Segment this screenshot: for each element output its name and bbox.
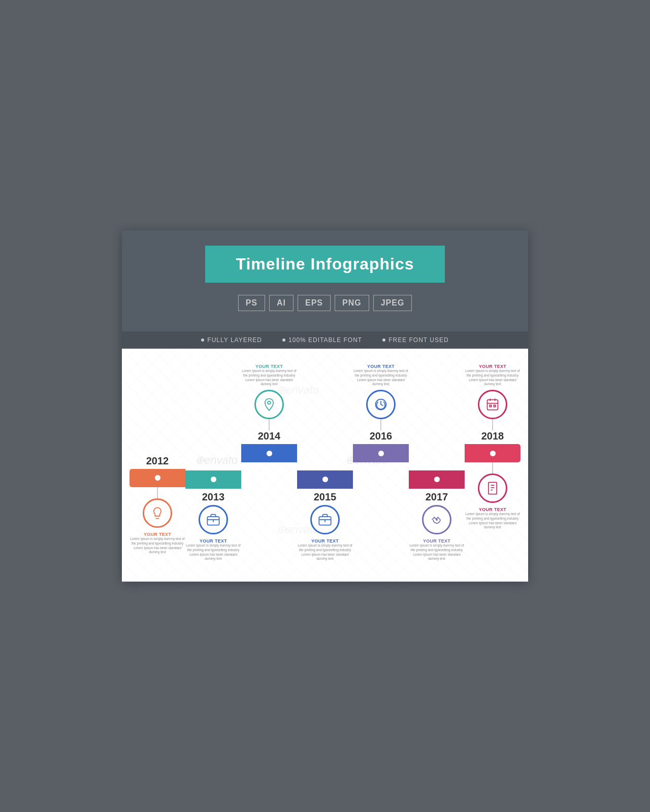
text-2012: YOUR TEXT Lorem Ipsum is simply dummy te… [129, 532, 185, 555]
title-2015: YOUR TEXT [297, 538, 353, 544]
title-2018-above: YOUR TEXT [465, 364, 521, 369]
format-eps: EPS [298, 295, 331, 311]
clock-icon [374, 397, 388, 412]
feature-3: FREE FONT USED [382, 336, 448, 344]
desc-2013: Lorem Ipsum is simply dummy text of the … [185, 544, 241, 561]
col-2017: 2017 YOUR TEXT Lorem Ipsum is simply dum… [409, 364, 465, 561]
circle-2016 [366, 390, 396, 419]
dot-2016 [378, 451, 384, 456]
svg-point-4 [268, 401, 271, 404]
dot-2014 [267, 451, 272, 456]
feature-2: 100% EDITABLE FONT [282, 336, 362, 344]
dot-3 [382, 339, 385, 342]
year-2012: 2012 [146, 455, 169, 467]
circle-2015 [310, 505, 340, 534]
dot-2017 [434, 477, 440, 482]
timeline-layout: .tc { flex: 1; display: flex; flex-direc… [129, 364, 521, 561]
year-2018: 2018 [481, 430, 504, 442]
text-2018-above: YOUR TEXT Lorem Ipsum is simply dummy te… [465, 364, 521, 387]
bar-2013 [185, 470, 241, 489]
text-2018-below: YOUR TEXT Lorem Ipsum is simply dummy te… [465, 507, 521, 530]
col-2013: 2013 YOUR TEXT Lorem Ipsum is simply dum… [185, 364, 241, 561]
dot-1 [201, 339, 204, 342]
line-2016-top [380, 419, 381, 430]
svg-point-9 [436, 519, 437, 520]
circle-2017 [422, 505, 451, 534]
circle-2012 [143, 498, 172, 528]
svg-rect-14 [490, 405, 492, 407]
dot-2 [282, 339, 285, 342]
document-icon [485, 481, 500, 495]
bar-2014 [241, 444, 297, 462]
briefcase-icon-2 [318, 513, 332, 527]
svg-rect-10 [488, 400, 498, 410]
circle-2018-above [478, 390, 507, 419]
svg-rect-15 [494, 405, 496, 407]
svg-rect-16 [489, 482, 497, 494]
col-2015: 2015 YOUR TEXT Lorem Ipsum is simply dum… [297, 364, 353, 561]
dot-2018 [490, 451, 496, 456]
bar-2015 [297, 470, 353, 489]
features-bar: FULLY LAYERED 100% EDITABLE FONT FREE FO… [122, 331, 528, 349]
title-2018-below: YOUR TEXT [465, 507, 521, 512]
bar-2018 [465, 444, 521, 462]
dot-2013 [211, 477, 216, 482]
format-ai: AI [269, 295, 294, 311]
text-2017: YOUR TEXT Lorem Ipsum is simply dummy te… [409, 538, 465, 561]
circle-2013 [199, 505, 228, 534]
format-badges: PS AI EPS PNG JPEG [142, 295, 508, 311]
year-2014: 2014 [258, 430, 281, 442]
title-2014: YOUR TEXT [241, 364, 297, 369]
col-2016: YOUR TEXT Lorem Ipsum is simply dummy te… [353, 364, 409, 561]
line-2018-bottom [492, 462, 493, 473]
lightbulb-icon [150, 506, 165, 520]
bar-2017 [409, 470, 465, 489]
header-section: Timeline Infographics PS AI EPS PNG JPEG [122, 230, 528, 331]
format-ps: PS [238, 295, 265, 311]
col-2014: YOUR TEXT Lorem Ipsum is simply dummy te… [241, 364, 297, 561]
bar-2012 [129, 469, 185, 487]
desc-2012: Lorem Ipsum is simply dummy text of the … [129, 537, 185, 555]
title-2012: YOUR TEXT [129, 532, 185, 537]
circle-2018-below [478, 473, 507, 503]
bar-2016 [353, 444, 409, 462]
year-2013: 2013 [202, 491, 225, 503]
format-jpeg: JPEG [373, 295, 412, 311]
desc-2018-above: Lorem Ipsum is simply dummy text of the … [465, 369, 521, 387]
desc-2014: Lorem Ipsum is simply dummy text of the … [241, 369, 297, 387]
dot-2012 [155, 475, 160, 481]
main-title: Timeline Infographics [236, 255, 414, 274]
title-2013: YOUR TEXT [185, 538, 241, 544]
text-2015: YOUR TEXT Lorem Ipsum is simply dummy te… [297, 538, 353, 561]
desc-2016: Lorem Ipsum is simply dummy text of the … [353, 369, 409, 387]
text-2014: YOUR TEXT Lorem Ipsum is simply dummy te… [241, 364, 297, 387]
text-2016: YOUR TEXT Lorem Ipsum is simply dummy te… [353, 364, 409, 387]
calendar-icon [485, 397, 500, 412]
title-2017: YOUR TEXT [409, 538, 465, 544]
circle-2014 [254, 390, 284, 419]
title-2016: YOUR TEXT [353, 364, 409, 369]
location-icon [262, 397, 276, 412]
briefcase-icon-1 [206, 513, 220, 527]
year-2016: 2016 [370, 430, 393, 442]
line-2012 [157, 487, 158, 498]
line-2018-top [492, 419, 493, 430]
col-2012: 2012 YOUR TEXT Lorem Ipsum is s [129, 364, 185, 561]
desc-2017: Lorem Ipsum is simply dummy text of the … [409, 544, 465, 561]
page-wrapper: Timeline Infographics PS AI EPS PNG JPEG… [122, 230, 528, 582]
line-2014-top [269, 419, 270, 430]
year-2015: 2015 [314, 491, 337, 503]
infographic-section: ⊕envato ⊕envato ⊕envato ⊕envato .tc { fl… [122, 349, 528, 582]
handshake-icon [430, 513, 444, 527]
feature-1: FULLY LAYERED [201, 336, 262, 344]
desc-2018-below: Lorem Ipsum is simply dummy text of the … [465, 512, 521, 530]
desc-2015: Lorem Ipsum is simply dummy text of the … [297, 544, 353, 561]
format-png: PNG [335, 295, 369, 311]
col-2018: YOUR TEXT Lorem Ipsum is simply dummy te… [465, 364, 521, 561]
year-2017: 2017 [426, 491, 448, 503]
title-banner: Timeline Infographics [205, 246, 444, 283]
dot-2015 [322, 477, 328, 482]
text-2013: YOUR TEXT Lorem Ipsum is simply dummy te… [185, 538, 241, 561]
